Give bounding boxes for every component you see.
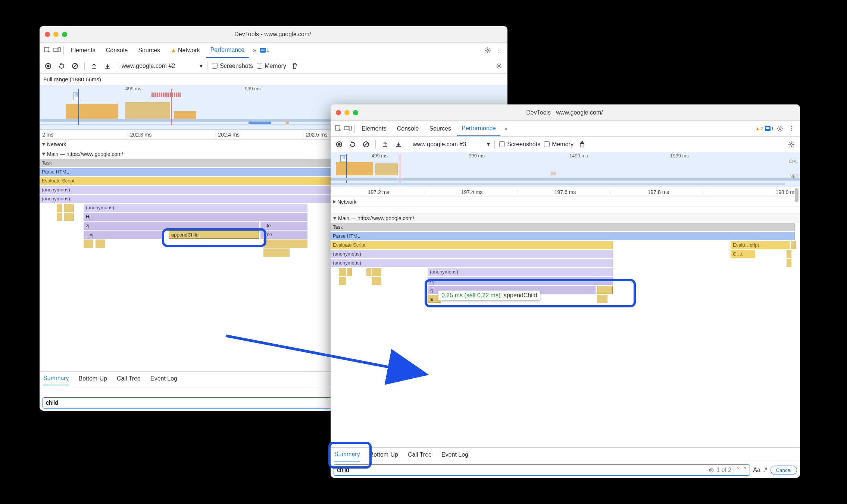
search-input-wrap[interactable]: ⊗ 1 of 2 ˄ ˅	[334, 464, 750, 476]
flame-appendchild[interactable]: appendChild	[169, 231, 259, 239]
flame-hj[interactable]: Hj	[428, 277, 613, 285]
trash-icon[interactable]	[290, 61, 300, 71]
record-icon[interactable]	[43, 61, 53, 71]
tab-sources[interactable]: Sources	[425, 123, 456, 134]
svg-point-11	[498, 65, 500, 67]
tab-console[interactable]: Console	[393, 123, 424, 134]
time-ruler[interactable]: 197.2 ms 197.4 ms 197.6 ms 197.8 ms 198.…	[331, 187, 800, 197]
tab-performance[interactable]: Performance	[457, 121, 500, 136]
issues-badge[interactable]: 1	[765, 126, 774, 131]
zoom-window-dot[interactable]	[353, 110, 358, 115]
cancel-button[interactable]: Cancel	[771, 466, 797, 475]
flame-fe[interactable]: _.fe	[260, 222, 307, 230]
reload-icon[interactable]	[57, 61, 66, 71]
download-icon[interactable]	[103, 61, 112, 71]
more-tabs-icon[interactable]: »	[502, 125, 510, 133]
panel-tabs: Elements Console Sources Performance » ▲…	[331, 121, 800, 137]
flame-ee[interactable]: _.ee	[260, 231, 307, 239]
minimize-window-dot[interactable]	[53, 32, 59, 37]
titlebar[interactable]: DevTools - www.google.com/	[40, 26, 507, 43]
warnings-badge[interactable]: ▲2	[755, 126, 763, 131]
next-match-icon[interactable]: ˅	[744, 467, 747, 474]
svg-point-8	[47, 65, 50, 67]
memory-checkbox[interactable]: Memory	[257, 63, 286, 69]
search-input[interactable]	[337, 467, 706, 473]
tab-elements[interactable]: Elements	[357, 123, 391, 134]
flame-ct[interactable]: C…t	[731, 250, 755, 258]
btab-eventlog[interactable]: Event Log	[441, 448, 468, 461]
upload-icon[interactable]	[89, 61, 99, 71]
inspect-icon[interactable]	[334, 125, 343, 133]
titlebar[interactable]: DevTools - www.google.com/	[331, 104, 800, 121]
flame-eval-script[interactable]: Evaluate Script	[331, 241, 613, 249]
btab-bottomup[interactable]: Bottom-Up	[78, 372, 107, 385]
clear-icon[interactable]: ⊗	[709, 466, 714, 474]
perf-toolbar: www.google.com #3 ▾ Screenshots Memory	[331, 137, 800, 152]
btab-summary[interactable]: Summary	[43, 372, 69, 385]
gear-icon[interactable]	[787, 140, 796, 149]
screenshots-checkbox[interactable]: Screenshots	[212, 63, 253, 69]
upload-icon[interactable]	[380, 140, 390, 149]
flame-chart[interactable]: Task Parse HTML Evaluate Script Evalu…cr…	[331, 223, 800, 447]
device-icon[interactable]	[344, 125, 352, 133]
btab-calltree[interactable]: Call Tree	[408, 448, 432, 461]
flame-vj[interactable]: _.vj	[84, 231, 162, 239]
tooltip-name: appendChild	[503, 292, 537, 299]
traffic-lights[interactable]	[45, 32, 67, 37]
flame-parse-html[interactable]: Parse HTML	[331, 232, 795, 240]
range-label: Full range (1880.66ms)	[40, 74, 507, 85]
btab-eventlog[interactable]: Event Log	[150, 372, 177, 385]
regex-toggle[interactable]: .*	[763, 467, 768, 473]
record-icon[interactable]	[334, 140, 344, 149]
recording-selector[interactable]: www.google.com #3 ▾	[413, 141, 490, 148]
flame-anon[interactable]: (anonymous)	[331, 259, 613, 267]
svg-rect-14	[349, 126, 351, 130]
download-icon[interactable]	[394, 140, 403, 149]
prev-match-icon[interactable]: ˄	[734, 467, 741, 474]
window-title: DevTools - www.google.com/	[71, 31, 475, 38]
flame-anon[interactable]: (anonymous)	[84, 204, 307, 212]
gear-icon[interactable]	[483, 46, 493, 55]
recording-selector[interactable]: www.google.com #2 ▾	[122, 62, 203, 69]
clear-icon[interactable]	[70, 61, 80, 71]
memory-checkbox[interactable]: Memory	[544, 141, 573, 148]
tab-console[interactable]: Console	[101, 45, 132, 56]
close-window-dot[interactable]	[45, 32, 50, 37]
btab-bottomup[interactable]: Bottom-Up	[369, 448, 398, 461]
kebab-icon[interactable]: ⋮	[494, 46, 504, 55]
flame-hj[interactable]: Hj	[84, 213, 307, 221]
tab-network[interactable]: ▲Network	[166, 45, 204, 56]
clear-icon[interactable]	[361, 140, 371, 149]
network-section[interactable]: Network	[331, 197, 800, 207]
svg-rect-17	[766, 128, 769, 129]
flame-zj[interactable]: zj	[84, 222, 259, 230]
traffic-lights[interactable]	[336, 110, 358, 115]
more-tabs-icon[interactable]: »	[250, 46, 259, 54]
zoom-window-dot[interactable]	[62, 32, 67, 37]
tab-elements[interactable]: Elements	[66, 45, 100, 56]
btab-calltree[interactable]: Call Tree	[117, 372, 141, 385]
close-window-dot[interactable]	[336, 110, 341, 115]
minimize-window-dot[interactable]	[344, 110, 350, 115]
match-case-toggle[interactable]: Aa	[753, 467, 760, 473]
scrollbar-thumb[interactable]	[795, 188, 798, 202]
main-section[interactable]: Main — https://www.google.com/	[331, 213, 800, 223]
issues-badge[interactable]: 1	[260, 47, 269, 53]
flame-eval-script-r[interactable]: Evalu…cript	[731, 241, 790, 249]
screenshots-checkbox[interactable]: Screenshots	[499, 141, 540, 148]
gear-icon[interactable]	[775, 124, 785, 134]
reload-icon[interactable]	[348, 140, 357, 149]
kebab-icon[interactable]: ⋮	[787, 124, 796, 134]
device-icon[interactable]	[53, 46, 61, 54]
gear-icon[interactable]	[494, 61, 504, 71]
tab-performance[interactable]: Performance	[206, 43, 249, 58]
flame-anon[interactable]: (anonymous)	[331, 250, 613, 258]
inspect-icon[interactable]	[43, 46, 51, 54]
btab-summary[interactable]: Summary	[334, 448, 360, 461]
tab-sources[interactable]: Sources	[134, 45, 165, 56]
flame-anon[interactable]: (anonymous)	[428, 268, 613, 276]
collect-garbage-icon[interactable]	[577, 140, 587, 149]
overview-chart[interactable]: CPU NET 499 ms 999 ms 1499 ms 1999 ms ||…	[331, 152, 800, 187]
warning-icon: ▲	[755, 126, 760, 131]
flame-task[interactable]: Task	[331, 223, 795, 231]
